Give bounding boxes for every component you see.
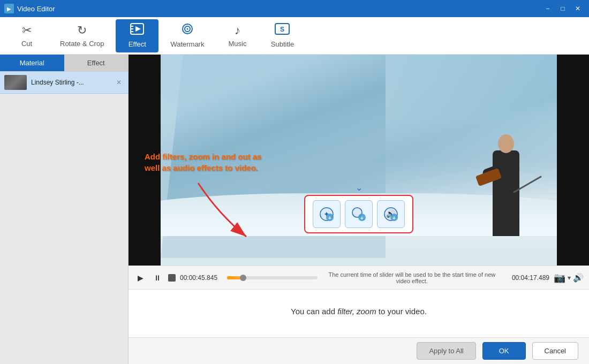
annotation-text: Add filters, zoom in and out as well as … — [145, 151, 268, 173]
volume-button[interactable]: 🔊 — [573, 272, 584, 283]
add-audio-effect-button[interactable]: 🔊 + — [377, 200, 405, 228]
add-filter-button[interactable]: ✦ + — [313, 200, 341, 228]
subtitle-icon: S — [275, 23, 290, 38]
popup-chevron: ⌄ — [356, 183, 363, 193]
pause-button[interactable]: ⏸ — [151, 271, 164, 284]
svg-text:+: + — [392, 215, 396, 221]
tab-music[interactable]: ♪ Music — [216, 19, 259, 52]
camera-button[interactable]: 📷 — [554, 272, 565, 284]
tab-rotate[interactable]: ↻ Rotate & Crop — [50, 19, 114, 52]
annotation: Add filters, zoom in and out as well as … — [145, 151, 268, 173]
rotate-icon: ↻ — [77, 24, 87, 37]
svg-marker-1 — [135, 26, 141, 32]
progress-handle[interactable] — [240, 275, 246, 281]
hint-prefix: You can add — [291, 307, 337, 316]
sidebar-tab-material[interactable]: Material — [0, 55, 64, 71]
cut-icon: ✂ — [22, 24, 32, 37]
camera-dropdown[interactable]: ▾ — [568, 274, 571, 282]
svg-point-7 — [186, 28, 188, 30]
app-icon: ▶ — [4, 4, 14, 13]
svg-text:+: + — [360, 215, 364, 221]
violinist-figure — [482, 118, 546, 236]
tab-music-label: Music — [228, 40, 246, 48]
sidebar-tab-effect[interactable]: Effect — [64, 55, 129, 71]
footer-bar: Apply to All OK Cancel — [129, 337, 589, 364]
tab-rotate-label: Rotate & Crop — [60, 40, 104, 48]
svg-text:+: + — [328, 215, 331, 221]
window-controls: − □ ✕ — [541, 3, 585, 14]
tab-watermark[interactable]: Watermark — [161, 19, 214, 52]
play-button[interactable]: ▶ — [134, 271, 147, 284]
file-title: Lindsey Stirling -... — [31, 79, 110, 86]
right-controls: 📷 ▾ 🔊 — [554, 272, 584, 284]
player-controls: ▶ ⏸ 00:00:45.845 The current time of sli… — [129, 266, 589, 289]
file-close-button[interactable]: ✕ — [114, 78, 124, 87]
ok-button[interactable]: OK — [482, 342, 526, 360]
apply-to-all-button[interactable]: Apply to All — [417, 342, 475, 360]
annotation-arrow — [166, 183, 273, 253]
effect-popup-buttons: ✦ + + — [304, 195, 413, 233]
app-title: Video Editor — [17, 5, 55, 13]
tab-cut[interactable]: ✂ Cut — [5, 19, 48, 52]
watermark-icon — [180, 23, 194, 38]
violinist-head — [498, 134, 514, 153]
hint-suffix: to your video. — [376, 307, 427, 316]
music-icon: ♪ — [235, 24, 240, 37]
video-preview: Add filters, zoom in and out as well as … — [129, 55, 589, 266]
tab-watermark-label: Watermark — [170, 40, 204, 48]
bottom-hint-text: You can add filter, zoom to your video. — [291, 307, 427, 316]
effect-popup: ⌄ ✦ + — [304, 183, 413, 233]
file-thumbnail — [4, 75, 27, 90]
restore-button[interactable]: □ — [556, 3, 570, 14]
content-area: Add filters, zoom in and out as well as … — [129, 55, 589, 364]
toolbar: ✂ Cut ↻ Rotate & Crop Effect Watermark — [0, 17, 589, 55]
tab-subtitle[interactable]: S Subtitle — [261, 19, 304, 52]
bottom-hint-area: You can add filter, zoom to your video. — [129, 289, 589, 337]
total-time: 00:04:17.489 — [507, 274, 549, 282]
progress-bar[interactable] — [227, 276, 318, 279]
tab-subtitle-label: Subtitle — [271, 40, 294, 48]
file-item[interactable]: Lindsey Stirling -... ✕ — [0, 72, 128, 94]
sidebar: Material Effect Lindsey Stirling -... ✕ — [0, 55, 129, 364]
minimize-button[interactable]: − — [541, 3, 555, 14]
sidebar-tabs: Material Effect — [0, 55, 128, 72]
title-bar: ▶ Video Editor − □ ✕ — [0, 0, 589, 17]
tab-cut-label: Cut — [21, 40, 32, 48]
hint-text: The current time of slider will be used … — [322, 271, 502, 284]
main-layout: Material Effect Lindsey Stirling -... ✕ — [0, 55, 589, 364]
current-time: 00:00:45.845 — [180, 274, 223, 282]
tab-effect[interactable]: Effect — [116, 19, 158, 52]
add-zoom-button[interactable]: + — [345, 200, 373, 228]
cancel-button[interactable]: Cancel — [532, 342, 578, 360]
stop-button[interactable] — [168, 274, 176, 282]
hint-italic: filter, zoom — [337, 307, 376, 316]
svg-text:S: S — [280, 26, 284, 33]
close-button[interactable]: ✕ — [571, 3, 585, 14]
tab-effect-label: Effect — [129, 40, 146, 48]
effect-icon — [130, 23, 144, 38]
right-letterbox — [557, 55, 589, 266]
